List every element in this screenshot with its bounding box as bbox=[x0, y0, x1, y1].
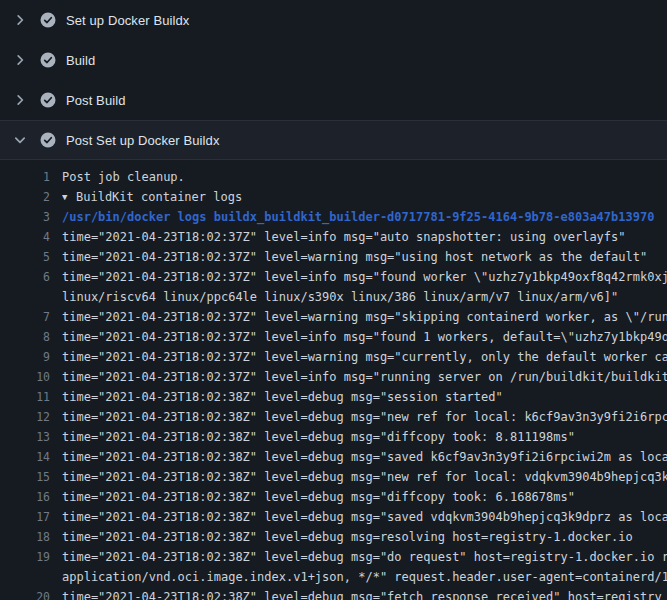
line-number[interactable]: 14 bbox=[0, 447, 50, 467]
line-number[interactable]: 16 bbox=[0, 487, 50, 507]
chevron-right-icon bbox=[12, 52, 28, 68]
success-check-icon bbox=[40, 132, 56, 148]
step-label: Set up Docker Buildx bbox=[66, 13, 189, 28]
line-number[interactable]: 15 bbox=[0, 467, 50, 487]
step-label: Build bbox=[66, 53, 95, 68]
log-text: time="2021-04-23T18:02:38Z" level=debug … bbox=[62, 407, 667, 427]
log-line-20: 20time="2021-04-23T18:02:38Z" level=debu… bbox=[0, 587, 667, 600]
log-line-4: 4time="2021-04-23T18:02:37Z" level=info … bbox=[0, 227, 667, 247]
step-label: Post Set up Docker Buildx bbox=[66, 133, 220, 148]
log-line-16: 16time="2021-04-23T18:02:38Z" level=debu… bbox=[0, 487, 667, 507]
log-text: time="2021-04-23T18:02:38Z" level=debug … bbox=[62, 507, 667, 527]
log-text: time="2021-04-23T18:02:37Z" level=warnin… bbox=[62, 307, 667, 327]
workflow-log-viewer: Set up Docker BuildxBuildPost BuildPost … bbox=[0, 0, 667, 600]
line-number[interactable]: 10 bbox=[0, 367, 50, 387]
log-line-continuation: application/vnd.oci.image.index.v1+json,… bbox=[0, 567, 667, 587]
step-list: Set up Docker BuildxBuildPost BuildPost … bbox=[0, 0, 667, 160]
log-command-text: /usr/bin/docker logs buildx_buildkit_bui… bbox=[62, 207, 667, 227]
chevron-down-icon bbox=[12, 132, 28, 148]
log-text: linux/riscv64 linux/ppc64le linux/s390x … bbox=[62, 287, 667, 307]
log-group-header: ▼BuildKit container logs bbox=[62, 187, 667, 207]
log-line-13: 13time="2021-04-23T18:02:38Z" level=debu… bbox=[0, 427, 667, 447]
step-label: Post Build bbox=[66, 93, 126, 108]
log-line-3: 3/usr/bin/docker logs buildx_buildkit_bu… bbox=[0, 207, 667, 227]
log-line-continuation: linux/riscv64 linux/ppc64le linux/s390x … bbox=[0, 287, 667, 307]
line-number[interactable]: 7 bbox=[0, 307, 50, 327]
line-number[interactable]: 18 bbox=[0, 527, 50, 547]
log-line-9: 9time="2021-04-23T18:02:37Z" level=warni… bbox=[0, 347, 667, 367]
step-header-post-build[interactable]: Post Build bbox=[0, 80, 667, 120]
log-text: time="2021-04-23T18:02:38Z" level=debug … bbox=[62, 447, 667, 467]
log-text: time="2021-04-23T18:02:37Z" level=info m… bbox=[62, 267, 667, 287]
line-number[interactable]: 19 bbox=[0, 547, 50, 567]
line-number[interactable]: 2 bbox=[0, 187, 50, 207]
step-header-post-set-up-docker-buildx[interactable]: Post Set up Docker Buildx bbox=[0, 120, 667, 160]
log-line-19: 19time="2021-04-23T18:02:38Z" level=debu… bbox=[0, 547, 667, 567]
log-line-7: 7time="2021-04-23T18:02:37Z" level=warni… bbox=[0, 307, 667, 327]
log-line-6: 6time="2021-04-23T18:02:37Z" level=info … bbox=[0, 267, 667, 287]
line-number[interactable]: 20 bbox=[0, 587, 50, 600]
step-header-build[interactable]: Build bbox=[0, 40, 667, 80]
log-text: time="2021-04-23T18:02:38Z" level=debug … bbox=[62, 427, 667, 447]
log-line-18: 18time="2021-04-23T18:02:38Z" level=debu… bbox=[0, 527, 667, 547]
log-line-12: 12time="2021-04-23T18:02:38Z" level=debu… bbox=[0, 407, 667, 427]
line-number[interactable]: 4 bbox=[0, 227, 50, 247]
log-text: Post job cleanup. bbox=[62, 167, 667, 187]
success-check-icon bbox=[40, 12, 56, 28]
log-text: time="2021-04-23T18:02:37Z" level=info m… bbox=[62, 367, 667, 387]
line-number[interactable]: 9 bbox=[0, 347, 50, 367]
log-line-2[interactable]: 2▼BuildKit container logs bbox=[0, 187, 667, 207]
line-number[interactable]: 13 bbox=[0, 427, 50, 447]
line-number[interactable]: 12 bbox=[0, 407, 50, 427]
line-number[interactable]: 8 bbox=[0, 327, 50, 347]
line-number[interactable]: 17 bbox=[0, 507, 50, 527]
log-text: time="2021-04-23T18:02:38Z" level=debug … bbox=[62, 467, 667, 487]
success-check-icon bbox=[40, 92, 56, 108]
log-text: time="2021-04-23T18:02:38Z" level=debug … bbox=[62, 547, 667, 567]
log-line-10: 10time="2021-04-23T18:02:37Z" level=info… bbox=[0, 367, 667, 387]
chevron-right-icon bbox=[12, 12, 28, 28]
log-line-1: 1Post job cleanup. bbox=[0, 167, 667, 187]
log-text: time="2021-04-23T18:02:38Z" level=debug … bbox=[62, 527, 667, 547]
log-line-14: 14time="2021-04-23T18:02:38Z" level=debu… bbox=[0, 447, 667, 467]
line-number[interactable]: 5 bbox=[0, 247, 50, 267]
chevron-right-icon bbox=[12, 92, 28, 108]
success-check-icon bbox=[40, 52, 56, 68]
log-text: time="2021-04-23T18:02:38Z" level=debug … bbox=[62, 587, 667, 600]
log-text: time="2021-04-23T18:02:37Z" level=warnin… bbox=[62, 347, 667, 367]
log-line-5: 5time="2021-04-23T18:02:37Z" level=warni… bbox=[0, 247, 667, 267]
log-line-15: 15time="2021-04-23T18:02:38Z" level=debu… bbox=[0, 467, 667, 487]
log-text: time="2021-04-23T18:02:37Z" level=info m… bbox=[62, 327, 667, 347]
log-lines: 1Post job cleanup.2▼BuildKit container l… bbox=[0, 160, 667, 600]
log-line-17: 17time="2021-04-23T18:02:38Z" level=debu… bbox=[0, 507, 667, 527]
log-text: time="2021-04-23T18:02:37Z" level=warnin… bbox=[62, 247, 667, 267]
log-line-8: 8time="2021-04-23T18:02:37Z" level=info … bbox=[0, 327, 667, 347]
line-number[interactable]: 11 bbox=[0, 387, 50, 407]
log-text: application/vnd.oci.image.index.v1+json,… bbox=[62, 567, 667, 587]
log-text: time="2021-04-23T18:02:38Z" level=debug … bbox=[62, 487, 667, 507]
line-number[interactable]: 3 bbox=[0, 207, 50, 227]
log-text: time="2021-04-23T18:02:37Z" level=info m… bbox=[62, 227, 667, 247]
line-number[interactable]: 6 bbox=[0, 267, 50, 287]
step-header-set-up-docker-buildx[interactable]: Set up Docker Buildx bbox=[0, 0, 667, 40]
line-number[interactable]: 1 bbox=[0, 167, 50, 187]
group-toggle-icon[interactable]: ▼ bbox=[62, 187, 76, 207]
log-text: time="2021-04-23T18:02:38Z" level=debug … bbox=[62, 387, 667, 407]
log-line-11: 11time="2021-04-23T18:02:38Z" level=debu… bbox=[0, 387, 667, 407]
group-label: BuildKit container logs bbox=[76, 190, 242, 204]
